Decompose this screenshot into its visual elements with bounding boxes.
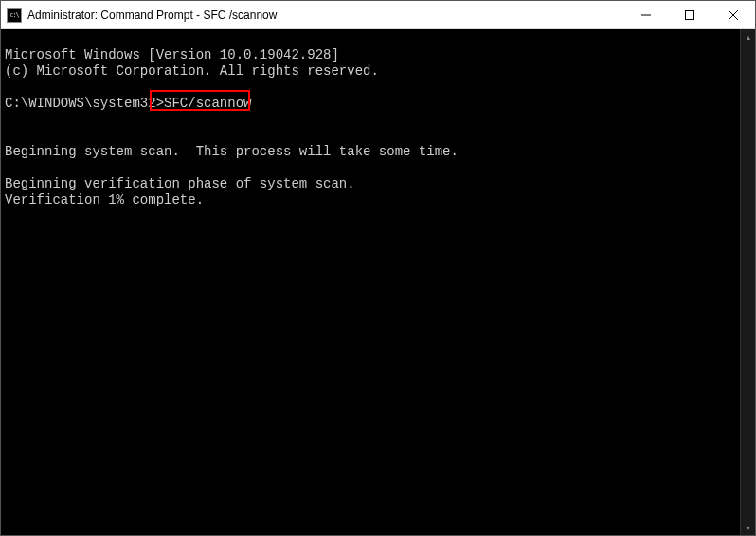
output-line: Beginning system scan. This process will… — [5, 144, 459, 159]
close-button[interactable] — [711, 1, 755, 28]
vertical-scrollbar[interactable]: ▴ ▾ — [740, 29, 755, 535]
typed-command: SFC/scannow — [164, 96, 251, 112]
terminal-area[interactable]: Microsoft Windows [Version 10.0.19042.92… — [1, 29, 755, 535]
prompt-prefix: C:\WINDOWS\system32> — [5, 96, 164, 112]
terminal-content[interactable]: Microsoft Windows [Version 10.0.19042.92… — [1, 29, 740, 535]
titlebar: c:\ Administrator: Command Prompt - SFC … — [1, 1, 755, 29]
window-title: Administrator: Command Prompt - SFC /sca… — [27, 9, 624, 22]
output-line: Microsoft Windows [Version 10.0.19042.92… — [5, 47, 339, 63]
scroll-down-icon[interactable]: ▾ — [741, 520, 755, 535]
minimize-button[interactable] — [624, 1, 668, 28]
output-line: (c) Microsoft Corporation. All rights re… — [5, 63, 379, 79]
scroll-up-icon[interactable]: ▴ — [741, 29, 755, 45]
maximize-icon — [685, 10, 694, 20]
window-controls — [624, 1, 755, 28]
maximize-button[interactable] — [668, 1, 711, 28]
close-icon — [729, 10, 738, 20]
cmd-icon: c:\ — [7, 8, 22, 23]
svg-rect-1 — [686, 10, 694, 19]
minimize-icon — [641, 10, 651, 20]
output-line: Beginning verification phase of system s… — [5, 176, 355, 191]
output-line: Verification 1% complete. — [5, 192, 204, 207]
